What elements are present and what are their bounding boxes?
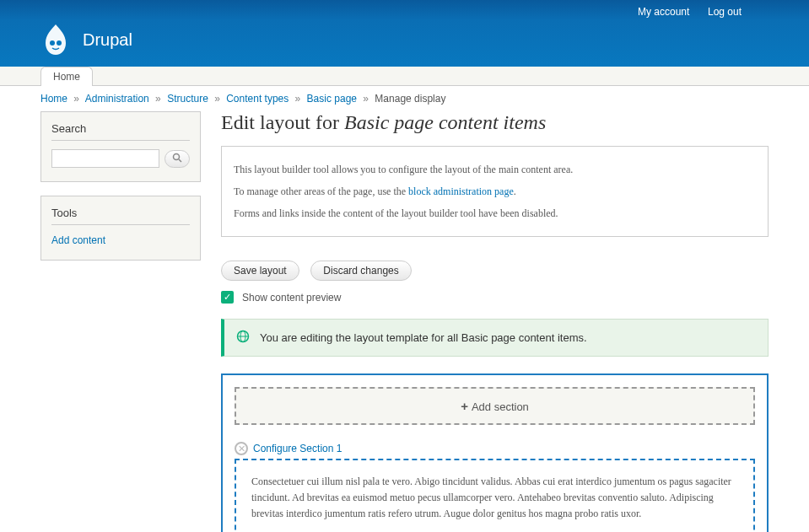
- my-account-link[interactable]: My account: [638, 6, 689, 18]
- page-title: Edit layout for Basic page content items: [221, 111, 769, 134]
- tools-heading: Tools: [51, 207, 190, 225]
- svg-point-1: [57, 40, 62, 46]
- layout-builder: +Add section ✕ Configure Section 1 Conse…: [221, 373, 769, 532]
- configure-section-link[interactable]: Configure Section 1: [253, 443, 342, 454]
- breadcrumb-home[interactable]: Home: [40, 93, 67, 105]
- breadcrumb-administration[interactable]: Administration: [85, 93, 149, 105]
- globe-icon: [236, 330, 250, 346]
- drupal-logo[interactable]: [40, 23, 71, 56]
- search-icon: [172, 153, 182, 165]
- show-preview-label: Show content preview: [242, 292, 341, 304]
- breadcrumb-basic-page[interactable]: Basic page: [307, 93, 357, 105]
- search-button[interactable]: [164, 150, 190, 168]
- breadcrumb-current: Manage display: [375, 93, 445, 105]
- tools-block: Tools Add content: [40, 196, 201, 261]
- search-block: Search: [40, 111, 201, 182]
- search-heading: Search: [51, 122, 190, 141]
- show-preview-checkbox[interactable]: ✓: [221, 291, 234, 304]
- breadcrumb-content-types[interactable]: Content types: [226, 93, 289, 105]
- close-icon: ✕: [238, 444, 245, 454]
- body-paragraph: Consectetuer cui illum nisl pala te vero…: [251, 474, 738, 523]
- save-layout-button[interactable]: Save layout: [221, 261, 299, 281]
- block-admin-link[interactable]: block administration page: [408, 185, 514, 197]
- svg-point-2: [174, 153, 180, 159]
- breadcrumb: Home » Administration » Structure » Cont…: [0, 86, 809, 111]
- plus-icon: +: [461, 399, 468, 413]
- add-section-button[interactable]: +Add section: [235, 387, 755, 425]
- breadcrumb-structure[interactable]: Structure: [167, 93, 208, 105]
- nav-tab-home[interactable]: Home: [40, 67, 93, 86]
- discard-changes-button[interactable]: Discard changes: [310, 261, 411, 281]
- editing-banner: You are editing the layout template for …: [221, 319, 769, 357]
- site-name: Drupal: [83, 30, 132, 50]
- search-input[interactable]: [51, 149, 159, 168]
- info-box: This layout builder tool allows you to c…: [221, 146, 769, 237]
- add-content-link[interactable]: Add content: [51, 234, 105, 246]
- svg-line-3: [179, 159, 181, 162]
- logout-link[interactable]: Log out: [708, 6, 742, 18]
- svg-point-0: [50, 40, 55, 46]
- remove-section-button[interactable]: ✕: [235, 442, 248, 455]
- section-body[interactable]: Consectetuer cui illum nisl pala te vero…: [235, 459, 755, 532]
